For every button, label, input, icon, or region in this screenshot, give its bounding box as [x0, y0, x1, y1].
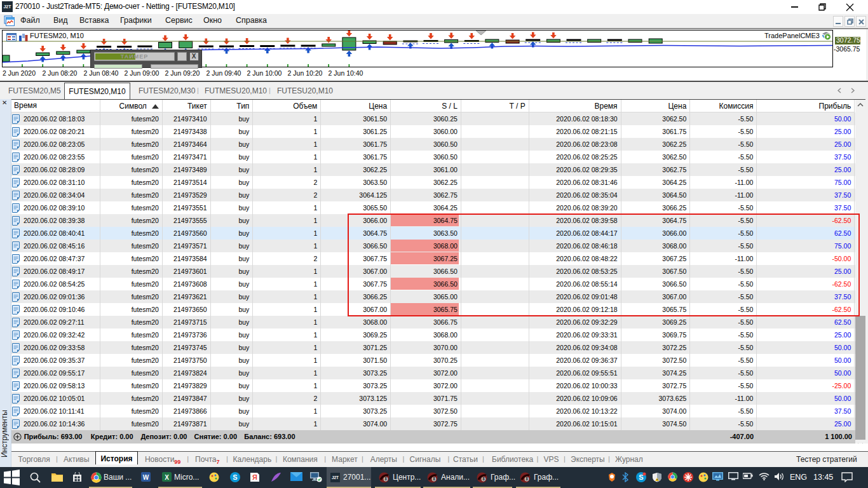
- svg-text:8: 8: [526, 477, 528, 481]
- svg-text:X: X: [165, 474, 169, 481]
- svg-text:8: 8: [482, 477, 485, 481]
- svg-text:8: 8: [433, 477, 435, 481]
- svg-text:Я: Я: [252, 473, 257, 481]
- svg-text:8: 8: [384, 477, 387, 481]
- svg-text:S: S: [639, 473, 643, 481]
- svg-text:S: S: [233, 473, 237, 481]
- svg-text:W: W: [143, 474, 149, 481]
